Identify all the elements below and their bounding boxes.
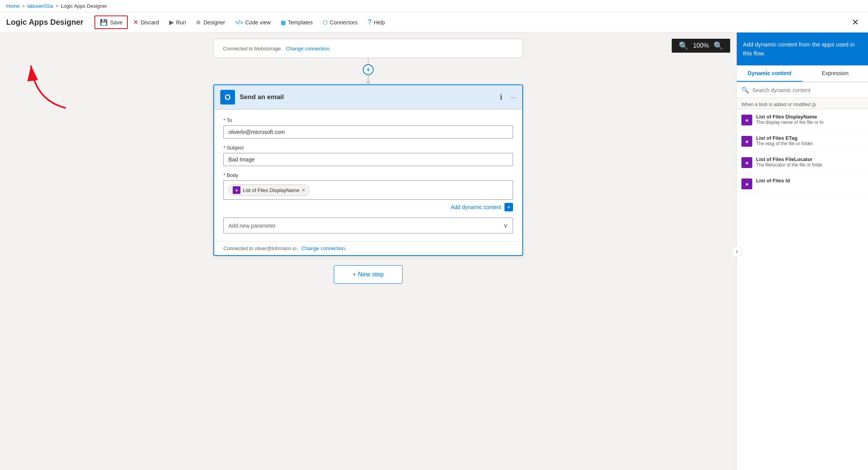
more-options-icon[interactable]: ···	[510, 93, 516, 101]
save-icon: 💾	[100, 19, 108, 26]
discard-button[interactable]: ✕ Discard	[129, 16, 163, 28]
discard-label: Discard	[141, 19, 159, 26]
body-required: *	[223, 172, 225, 178]
discard-icon: ✕	[133, 19, 138, 26]
zoom-level: 100%	[693, 42, 709, 49]
app-title: Logic Apps Designer	[6, 18, 91, 27]
designer-icon: ⚙	[196, 19, 201, 26]
tab-dynamic-content[interactable]: Dynamic content	[737, 65, 803, 82]
add-step-circle[interactable]: +	[363, 64, 374, 75]
code-view-button[interactable]: </> Code view	[230, 17, 275, 28]
subject-label: * Subject	[223, 145, 513, 151]
connectors-label: Connectors	[330, 19, 358, 26]
dynamic-item-icon-1: ◈	[741, 115, 752, 125]
dynamic-item-title-4: List of Files Id	[756, 178, 863, 184]
save-label: Save	[110, 19, 122, 26]
add-dynamic-button[interactable]: Add dynamic content +	[451, 203, 513, 211]
designer-button[interactable]: ⚙ Designer	[191, 17, 230, 28]
add-dynamic-plus-icon: +	[504, 203, 513, 211]
info-icon[interactable]: ℹ	[500, 93, 503, 101]
add-new-param[interactable]: Add new parameter ∨	[223, 218, 513, 233]
breadcrumb-user[interactable]: labuser01la	[27, 3, 53, 9]
dynamic-item[interactable]: ◈ List of Files FileLocator The fileloca…	[737, 152, 868, 173]
run-icon: ▶	[169, 19, 174, 26]
subject-field-group: * Subject	[223, 145, 513, 166]
email-card-body: * To * Subject	[214, 110, 522, 241]
help-button[interactable]: ? Help	[363, 16, 389, 29]
dynamic-item[interactable]: ◈ List of Files DisplayName The display …	[737, 109, 868, 130]
collapse-panel-button[interactable]: ‹	[731, 246, 742, 257]
body-label: * Body	[223, 172, 513, 178]
breadcrumb-sep1: >	[22, 3, 25, 9]
body-tag-text: List of Files DisplayName	[243, 187, 300, 193]
v-line-bottom	[368, 75, 369, 81]
dynamic-item[interactable]: ◈ List of Files ETag The etag of the fil…	[737, 130, 868, 152]
to-label: * To	[223, 117, 513, 123]
v-line-top	[368, 58, 369, 64]
zoom-in-button[interactable]: 🔍	[712, 41, 725, 50]
body-tag-close[interactable]: ×	[302, 187, 305, 193]
templates-icon: ▦	[281, 19, 286, 26]
body-input[interactable]: ◈ List of Files DisplayName ×	[223, 180, 513, 200]
dynamic-item-title-3: List of Files FileLocator	[756, 156, 863, 162]
body-tag: ◈ List of Files DisplayName ×	[228, 184, 309, 196]
templates-button[interactable]: ▦ Templates	[276, 17, 317, 28]
new-step-button[interactable]: + New step	[334, 265, 403, 284]
run-label: Run	[176, 19, 186, 26]
help-icon: ?	[367, 18, 371, 26]
search-box: 🔍	[737, 82, 868, 98]
to-field-group: * To	[223, 117, 513, 139]
add-new-param-chevron: ∨	[503, 222, 508, 229]
right-panel: ‹ Add dynamic content from the apps used…	[736, 33, 868, 470]
zoom-out-button[interactable]: 🔍	[677, 41, 690, 50]
dynamic-item-desc-3: The filelocator of the file or folde	[756, 162, 863, 168]
email-icon: O	[220, 90, 235, 105]
dynamic-item-icon-4: ◈	[741, 178, 752, 189]
panel-tabs: Dynamic content Expression	[737, 65, 868, 82]
panel-section-header: When a blob is added or modified (p	[737, 98, 868, 109]
search-input[interactable]	[752, 87, 863, 93]
change-connection-link-bottom[interactable]: Change connection.	[302, 245, 347, 251]
save-button[interactable]: 💾 Save	[94, 15, 128, 29]
search-icon: 🔍	[741, 86, 749, 94]
connectors-button[interactable]: ⬡ Connectors	[318, 17, 362, 28]
designer-label: Designer	[203, 19, 225, 26]
arrow-head	[366, 81, 371, 84]
dynamic-item-content-1: List of Files DisplayName The display na…	[756, 114, 863, 125]
code-view-icon: </>	[235, 19, 243, 26]
change-connection-link-top[interactable]: Change connection.	[286, 46, 331, 51]
connectors-icon: ⬡	[323, 19, 328, 26]
dynamic-item[interactable]: ◈ List of Files Id	[737, 173, 868, 194]
connector-top: +	[363, 58, 374, 84]
help-label: Help	[374, 19, 385, 26]
dynamic-item-title-1: List of Files DisplayName	[756, 114, 863, 120]
footer-connection-text: Connected to oliver@lohmann.io.	[223, 245, 298, 251]
email-card-title: Send an email	[240, 93, 495, 101]
dynamic-item-title-2: List of Files ETag	[756, 135, 863, 141]
flow-container: Connected to blobstorage. Change connect…	[0, 33, 736, 284]
subject-required: *	[223, 145, 225, 151]
connection-bar: Connected to blobstorage. Change connect…	[213, 39, 523, 58]
breadcrumb-home[interactable]: Home	[6, 3, 20, 9]
email-card: O Send an email ℹ ··· * To	[213, 84, 523, 256]
dynamic-items-list: ◈ List of Files DisplayName The display …	[737, 109, 868, 470]
dynamic-item-content-3: List of Files FileLocator The filelocato…	[756, 156, 863, 168]
run-button[interactable]: ▶ Run	[165, 16, 191, 28]
add-dynamic-label: Add dynamic content	[451, 204, 501, 210]
canvas: 🔍 100% 🔍 Connected to blobstorage. Chang…	[0, 33, 736, 470]
dynamic-item-content-4: List of Files Id	[756, 178, 863, 184]
tab-expression[interactable]: Expression	[803, 65, 868, 82]
add-new-param-label: Add new parameter	[228, 223, 276, 229]
to-input[interactable]	[223, 125, 513, 139]
dynamic-item-content-2: List of Files ETag The etag of the file …	[756, 135, 863, 146]
new-step-label: + New step	[353, 271, 384, 278]
email-card-footer: Connected to oliver@lohmann.io. Change c…	[214, 241, 522, 255]
subject-input[interactable]	[223, 153, 513, 166]
dynamic-content-header: Add dynamic content from the apps used i…	[737, 33, 868, 65]
body-field-group: * Body ◈ List of Files DisplayName ×	[223, 172, 513, 200]
dynamic-item-icon-2: ◈	[741, 136, 752, 147]
templates-label: Templates	[288, 19, 313, 26]
close-button[interactable]: ✕	[849, 14, 862, 31]
connection-status: Connected to blobstorage.	[223, 46, 282, 51]
dynamic-item-icon-3: ◈	[741, 157, 752, 168]
